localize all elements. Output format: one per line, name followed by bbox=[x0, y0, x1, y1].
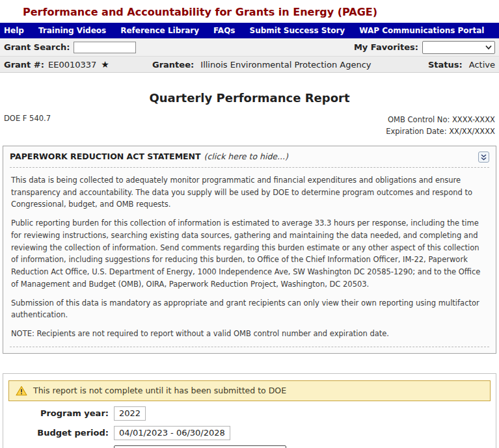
grant-info-bar: Grant #: EE0010337 ★ Grantee: Illinois E… bbox=[0, 57, 499, 73]
form-meta-row: DOE F 540.7 OMB Control No: XXXX-XXXX Ex… bbox=[0, 114, 499, 137]
budget-period-label: Budget period: bbox=[8, 428, 114, 438]
page-title: Performance and Accountability for Grant… bbox=[23, 6, 499, 18]
budget-period-value: 04/01/2023 - 06/30/2028 bbox=[114, 426, 230, 440]
grantee-label: Grantee: bbox=[152, 60, 194, 70]
program-year-value: 2022 bbox=[114, 406, 146, 421]
grant-search-input[interactable] bbox=[74, 42, 136, 53]
nav-row: Help Training Videos Reference Library F… bbox=[0, 23, 499, 38]
double-chevron-down-icon bbox=[480, 153, 487, 161]
form-number: DOE F 540.7 bbox=[4, 114, 51, 137]
pra-hide-link[interactable]: (click here to hide...) bbox=[204, 152, 288, 162]
grant-search-bar: Grant Search: My Favorites: bbox=[0, 38, 499, 57]
pra-heading: PAPERWORK REDUCTION ACT STATEMENT bbox=[10, 152, 201, 162]
program-year-row: Program year: 2022 bbox=[8, 406, 491, 421]
performance-period-select[interactable]: 04/01/2023 - 06/30/2023 In-process bbox=[114, 445, 286, 448]
grant-number-value: EE0010337 bbox=[48, 60, 96, 70]
report-status-panel: This report is not complete until it has… bbox=[3, 373, 496, 448]
budget-period-row: Budget period: 04/01/2023 - 06/30/2028 bbox=[8, 426, 491, 440]
my-favorites-label: My Favorites: bbox=[354, 42, 418, 52]
grant-search-label: Grant Search: bbox=[4, 42, 70, 52]
pra-statement-box: PAPERWORK REDUCTION ACT STATEMENT (click… bbox=[3, 146, 496, 354]
nav-item-reference-library[interactable]: Reference Library bbox=[113, 26, 206, 35]
nav-item-submit-success-story[interactable]: Submit Success Story bbox=[243, 26, 353, 35]
nav-item-faqs[interactable]: FAQs bbox=[206, 26, 242, 35]
dashed-divider-top bbox=[10, 167, 489, 168]
pra-collapse-button[interactable] bbox=[478, 152, 489, 163]
program-year-label: Program year: bbox=[8, 408, 114, 418]
expiration-date: Expiration Date: XX/XX/XXXX bbox=[386, 127, 495, 136]
nav-item-wap-communications-portal[interactable]: WAP Communications Portal bbox=[352, 26, 491, 35]
performance-period-row: Performance Period: 04/01/2023 - 06/30/2… bbox=[8, 445, 491, 448]
dashed-divider-bottom bbox=[10, 347, 489, 347]
pra-paragraph: NOTE: Recipients are not required to rep… bbox=[11, 328, 488, 340]
grant-number-label: Grant #: bbox=[4, 60, 44, 70]
favorite-star-icon[interactable]: ★ bbox=[101, 59, 109, 70]
my-favorites-select[interactable] bbox=[422, 41, 495, 54]
status-label: Status: bbox=[428, 60, 463, 70]
nav-item-logout[interactable]: Logout bbox=[491, 26, 499, 35]
warning-text: This report is not complete until it has… bbox=[33, 386, 286, 395]
status-value: Active bbox=[469, 60, 495, 70]
warning-triangle-icon bbox=[16, 386, 27, 396]
pra-paragraph: Public reporting burden for this collect… bbox=[11, 217, 488, 290]
warning-banner: This report is not complete until it has… bbox=[8, 380, 491, 401]
pra-paragraph: Submission of this data is mandatory as … bbox=[11, 297, 488, 321]
nav-item-help[interactable]: Help bbox=[0, 26, 31, 35]
pra-paragraph: This data is being collected to adequate… bbox=[11, 174, 488, 211]
navbar: Help Training Videos Reference Library F… bbox=[0, 23, 499, 38]
report-title: Quarterly Performance Report bbox=[0, 91, 499, 105]
grantee-value: Illinois Environmental Protection Agency bbox=[200, 60, 371, 70]
omb-control-number: OMB Control No: XXXX-XXXX bbox=[388, 115, 495, 124]
nav-item-training-videos[interactable]: Training Videos bbox=[31, 26, 113, 35]
